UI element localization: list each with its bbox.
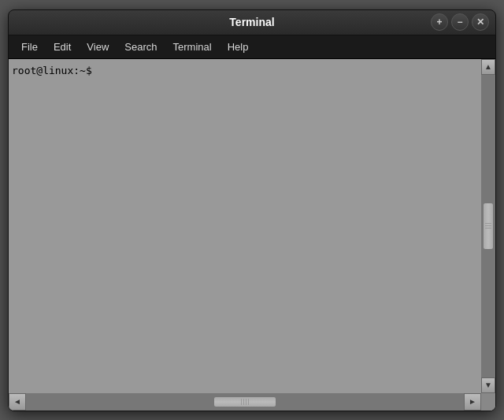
- scroll-right-button[interactable]: ►: [464, 393, 481, 411]
- terminal-prompt: root@linux:~$: [12, 64, 478, 78]
- h-grip-line-3: [246, 399, 246, 405]
- menu-search[interactable]: Search: [117, 39, 165, 55]
- h-grip-line-2: [243, 399, 244, 405]
- scroll-down-button[interactable]: ▼: [481, 377, 495, 393]
- main-area: root@linux:~$ ▲ ▼: [9, 59, 495, 393]
- grip-line-1: [485, 223, 491, 224]
- terminal-area[interactable]: root@linux:~$: [9, 59, 481, 393]
- right-arrow-icon: ►: [469, 397, 476, 406]
- scroll-left-button[interactable]: ◄: [9, 393, 26, 411]
- grip-line-3: [485, 228, 491, 229]
- add-button[interactable]: +: [431, 13, 448, 31]
- up-arrow-icon: ▲: [484, 62, 492, 71]
- scroll-grip: [485, 223, 491, 229]
- grip-line-2: [485, 225, 491, 226]
- horizontal-scroll-thumb[interactable]: [213, 396, 276, 407]
- window-controls: + − ✕: [431, 13, 489, 31]
- window-title: Terminal: [229, 16, 274, 28]
- content-wrapper: root@linux:~$ ▲ ▼: [9, 59, 495, 411]
- h-grip-line-4: [248, 399, 249, 405]
- h-scroll-grip: [241, 399, 249, 405]
- minimize-button[interactable]: −: [451, 13, 469, 31]
- vertical-scroll-track[interactable]: [481, 75, 495, 377]
- h-grip-line-1: [241, 399, 242, 405]
- horizontal-scroll-track[interactable]: [26, 393, 464, 411]
- menu-file[interactable]: File: [13, 39, 46, 55]
- close-button[interactable]: ✕: [472, 13, 489, 31]
- vertical-scrollbar: ▲ ▼: [481, 59, 495, 393]
- scroll-up-button[interactable]: ▲: [481, 59, 495, 75]
- menu-edit[interactable]: Edit: [46, 39, 79, 55]
- title-bar: Terminal + − ✕: [9, 10, 495, 35]
- menu-bar: File Edit View Search Terminal Help: [9, 35, 495, 59]
- menu-terminal[interactable]: Terminal: [165, 39, 220, 55]
- terminal-window: Terminal + − ✕ File Edit View Search Ter…: [8, 9, 496, 411]
- left-arrow-icon: ◄: [13, 397, 21, 406]
- scrollbar-corner: [481, 393, 495, 411]
- horizontal-scrollbar: ◄ ►: [9, 393, 495, 411]
- menu-help[interactable]: Help: [220, 39, 257, 55]
- vertical-scroll-thumb[interactable]: [483, 203, 494, 250]
- down-arrow-icon: ▼: [484, 381, 492, 389]
- menu-view[interactable]: View: [79, 39, 117, 55]
